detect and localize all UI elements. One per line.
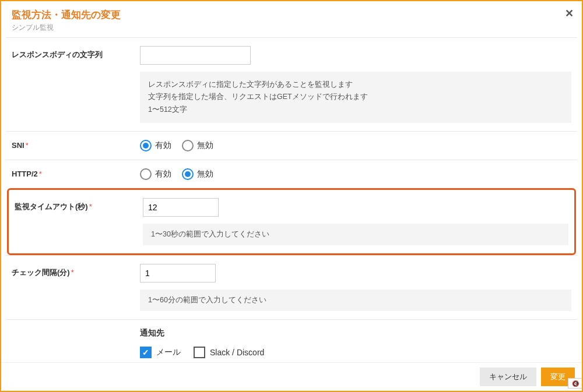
label-interval: チェック間隔(分): [12, 264, 140, 278]
notify-checkbox-row: メール Slack / Discord: [140, 347, 571, 358]
checkbox-label: Slack / Discord: [210, 348, 264, 357]
row-interval: チェック間隔(分) 1〜60分の範囲で入力してください: [6, 255, 577, 319]
http2-enabled-radio[interactable]: 有効: [140, 168, 171, 180]
modal-header: 監視方法・通知先の変更 シンプル監視 ✕: [1, 1, 582, 37]
row-timeout: 監視タイムアウト(秒) 1〜30秒の範囲で入力してください: [9, 190, 574, 253]
content-interval: 1〜60分の範囲で入力してください: [140, 264, 571, 311]
notify-heading: 通知先: [140, 328, 571, 338]
label-response-body: レスポンスボディの文字列: [12, 46, 140, 60]
radio-icon: [182, 140, 194, 151]
modal-footer: キャンセル 変更: [1, 362, 582, 391]
help-line: 文字列を指定した場合、リクエストはGETメソッドで行われます: [148, 91, 563, 103]
http2-disabled-radio[interactable]: 無効: [182, 168, 213, 180]
highlight-timeout: 監視タイムアウト(秒) 1〜30秒の範囲で入力してください: [7, 188, 576, 255]
row-http2: HTTP/2 有効 無効: [6, 160, 577, 188]
modal-subtitle: シンプル監視: [12, 23, 571, 33]
modal-body: レスポンスボディの文字列 レスポンスボディに指定した文字列があることを監視します…: [1, 37, 582, 392]
checkbox-icon: [140, 347, 152, 358]
help-response-body: レスポンスボディに指定した文字列があることを監視します 文字列を指定した場合、リ…: [140, 72, 571, 123]
close-icon[interactable]: ✕: [565, 7, 574, 20]
modal-title: 監視方法・通知先の変更: [12, 8, 571, 22]
radio-icon: [182, 168, 194, 180]
label-notify-spacer: [12, 328, 140, 331]
help-interval: 1〜60分の範囲で入力してください: [140, 289, 571, 311]
help-line: 1〜512文字: [148, 104, 563, 116]
label-timeout: 監視タイムアウト(秒): [15, 198, 143, 212]
timeout-input[interactable]: [143, 198, 219, 217]
response-body-input[interactable]: [140, 46, 251, 65]
volume-muted-icon[interactable]: 🔇: [568, 378, 583, 389]
sni-enabled-radio[interactable]: 有効: [140, 140, 171, 151]
radio-label: 無効: [197, 140, 213, 151]
sni-radio-group: 有効 無効: [140, 140, 571, 151]
modal-dialog: 監視方法・通知先の変更 シンプル監視 ✕ レスポンスボディの文字列 レスポンスボ…: [0, 0, 583, 392]
http2-radio-group: 有効 無効: [140, 168, 571, 180]
help-timeout: 1〜30秒の範囲で入力してください: [143, 224, 568, 245]
radio-label: 無効: [197, 169, 213, 179]
content-response-body: レスポンスボディに指定した文字列があることを監視します 文字列を指定した場合、リ…: [140, 46, 571, 123]
notify-mail-checkbox[interactable]: メール: [140, 347, 181, 358]
content-http2: 有効 無効: [140, 168, 571, 180]
notify-slack-checkbox[interactable]: Slack / Discord: [194, 347, 264, 358]
label-sni: SNI: [12, 141, 140, 150]
radio-label: 有効: [155, 169, 171, 179]
content-sni: 有効 無効: [140, 140, 571, 151]
radio-icon: [140, 168, 152, 180]
row-sni: SNI 有効 無効: [6, 131, 577, 160]
interval-input[interactable]: [140, 264, 216, 282]
checkbox-icon: [194, 347, 205, 358]
row-response-body: レスポンスボディの文字列 レスポンスボディに指定した文字列があることを監視します…: [6, 37, 577, 131]
checkbox-label: メール: [156, 347, 181, 358]
radio-icon: [140, 140, 152, 151]
content-timeout: 1〜30秒の範囲で入力してください: [143, 198, 568, 245]
label-http2: HTTP/2: [12, 169, 140, 178]
sni-disabled-radio[interactable]: 無効: [182, 140, 213, 151]
cancel-button[interactable]: キャンセル: [480, 368, 536, 386]
help-line: レスポンスボディに指定した文字列があることを監視します: [148, 79, 563, 91]
radio-label: 有効: [155, 140, 171, 151]
